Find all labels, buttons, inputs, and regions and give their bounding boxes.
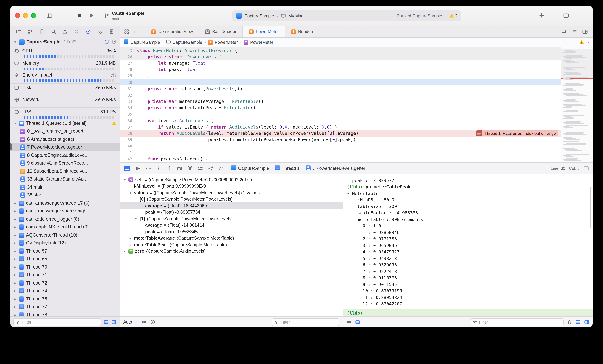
step-out-icon[interactable] <box>166 165 172 171</box>
issues-icon[interactable] <box>62 29 68 34</box>
bookmarks-icon[interactable] <box>39 29 44 34</box>
stack-frame-0[interactable]: </>0 _swift_runtime_on_report <box>10 127 120 135</box>
disclosure-triangle[interactable]: ▸ <box>13 249 17 253</box>
disclosure-triangle[interactable]: ▾ <box>13 121 17 125</box>
debugger-output-icon[interactable] <box>355 319 360 325</box>
scope-selector[interactable]: Auto <box>123 320 138 324</box>
show-threads-toggle-icon[interactable] <box>111 319 116 325</box>
stop-button[interactable] <box>77 13 82 19</box>
thread-row[interactable]: ▸caulk::deferred_logger (8) <box>10 215 120 223</box>
variable-row-kMinLevel[interactable]: kMinLevel= (Float) 9.99999993E-9 <box>120 183 343 189</box>
error-annotation[interactable]: Thread 1: Fatal error: Index out of rang… <box>476 130 558 136</box>
environment-overrides-icon[interactable] <box>197 165 203 171</box>
tab-Renderer[interactable]: SRenderer <box>285 26 322 37</box>
code-line-39[interactable]: 39 peakLevel: meterTablePeak.valueForPow… <box>120 137 593 143</box>
stack-frame-9[interactable]: 9 closure #1 in ScreenReco... <box>10 159 120 167</box>
code-line-34[interactable]: 34 private var meterTablePeak = MeterTab… <box>120 105 593 111</box>
back-icon[interactable]: ‹ <box>133 29 135 35</box>
variable-row-meterTableAverage[interactable]: ▸meterTableAverage(CaptureSample.MeterTa… <box>120 235 343 241</box>
stack-frame-7[interactable]: 7 PowerMeter.levels.getter <box>10 143 120 151</box>
disclosure-triangle[interactable]: ▸ <box>13 257 17 261</box>
variable-row-peak[interactable]: peak= (Float) -8.88357734 <box>120 209 343 215</box>
disclosure-triangle[interactable]: ▸ <box>13 233 17 237</box>
thread-row[interactable]: ▸Thread 65 <box>10 255 120 263</box>
disclosure-triangle[interactable]: ▸ <box>123 249 127 253</box>
variable-row-values[interactable]: ▾values= ([CaptureSample.PowerMeter.Powe… <box>120 189 343 196</box>
minimap-toggle-icon[interactable] <box>572 29 577 34</box>
disclosure-triangle[interactable]: ▸ <box>13 313 17 317</box>
step-into-icon[interactable] <box>156 165 162 171</box>
thread-1-row[interactable]: ▾Thread 1 Queue: c...d (serial) <box>10 119 120 127</box>
stack-frame-6[interactable]: </>6 Array.subscript.getter <box>10 135 120 143</box>
thread-row[interactable]: ▸Thread 70 <box>10 263 120 271</box>
reports-icon[interactable] <box>109 29 114 34</box>
code-line-37[interactable]: 37 if values.isEmpty { return AudioLevel… <box>120 124 593 130</box>
process-row[interactable]: ▾CaptureSamplePID 23... <box>10 37 120 47</box>
code-line-27[interactable]: 27 let average: Float <box>120 60 593 66</box>
disclosure-triangle[interactable]: ▸ <box>13 305 17 309</box>
disclosure-triangle[interactable]: ▾ <box>13 40 17 44</box>
scheme-name[interactable]: CaptureSample <box>244 13 274 18</box>
qlook-eye-icon[interactable] <box>141 319 147 325</box>
gauge-network[interactable]: NetworkZero KB/s <box>10 95 120 107</box>
gauge-energy-impact[interactable]: Energy ImpactHigh <box>10 71 120 83</box>
add-editor-icon[interactable] <box>582 29 588 34</box>
disclosure-triangle[interactable]: ▾ <box>123 178 127 182</box>
disclosure-triangle[interactable]: ▸ <box>13 241 17 245</box>
close-button[interactable] <box>15 13 20 18</box>
disclosure-triangle[interactable]: ▸ <box>13 289 17 293</box>
tab-BasicShader[interactable]: MBasicShader <box>199 26 243 37</box>
destination-name[interactable]: My Mac <box>288 13 303 18</box>
view-hierarchy-icon[interactable] <box>177 165 182 171</box>
code-line-32[interactable]: 32 <box>120 92 593 98</box>
disclosure-triangle[interactable]: ▸ <box>13 265 17 269</box>
code-line-38[interactable]: 38 return AudioLevels(level: meterTableA… <box>120 130 593 137</box>
disclosure-triangle[interactable]: ▸ <box>128 243 132 247</box>
disclosure-triangle[interactable]: ▸ <box>13 281 17 285</box>
thread-row[interactable]: ▸Thread 57 <box>10 247 120 255</box>
code-line-23[interactable]: 23class PowerMeter: AudioLevelProvider { <box>120 47 593 53</box>
code-line-26[interactable]: 26 private struct PowerLevels { <box>120 53 593 60</box>
variable-row-self[interactable]: ▾Aself= (CaptureSample.PowerMeter) 0x000… <box>120 176 343 183</box>
disclosure-triangle[interactable]: ▾ <box>134 197 138 201</box>
debug-crumb[interactable]: CaptureSample <box>231 165 269 171</box>
gauge-disk[interactable]: DiskZero KB/s <box>10 83 120 95</box>
console-scrollbar[interactable] <box>590 187 591 228</box>
stack-frame-10[interactable]: 10 Subscribers.Sink.receive... <box>10 167 120 175</box>
split-console-right-icon[interactable] <box>584 319 589 325</box>
stack-frame-35[interactable]: 35 start <box>10 191 120 199</box>
variable-row-peak[interactable]: peak= (Float) -9.0865345 <box>120 228 343 235</box>
console-filter-input[interactable] <box>478 319 561 325</box>
code-line-31[interactable]: 31 private var values = [PowerLevels]() <box>120 85 593 92</box>
jumpbar-item[interactable]: CaptureSample <box>166 39 202 45</box>
debug-crumb[interactable]: 7 PowerMeter.levels.getter <box>306 165 365 171</box>
info-icon[interactable] <box>104 39 110 45</box>
breakpoints-icon[interactable] <box>97 29 103 34</box>
disclosure-triangle[interactable]: ▸ <box>13 209 17 213</box>
project-navigator-icon[interactable] <box>16 29 21 34</box>
console-output[interactable]: - peak : -8.883577(lldb)po meterTablePea… <box>347 177 587 314</box>
thread-row[interactable]: ▸Thread 75 <box>10 295 120 303</box>
search-icon[interactable] <box>51 29 56 34</box>
swap-editors-icon[interactable] <box>561 29 567 34</box>
code-line-41[interactable]: 41 <box>120 149 593 156</box>
thread-row[interactable]: ▸Thread 78 <box>10 311 120 317</box>
related-items-icon[interactable] <box>124 29 129 34</box>
disclosure-triangle[interactable]: ▸ <box>13 217 17 221</box>
tests-icon[interactable] <box>74 29 79 34</box>
hide-debug-area-icon[interactable] <box>124 165 130 171</box>
thread-row[interactable]: ▸Thread 74 <box>10 287 120 295</box>
console-filter-field[interactable] <box>470 318 564 326</box>
performance-hud-icon[interactable] <box>218 165 224 171</box>
forward-icon[interactable]: › <box>139 29 141 35</box>
next-issue-icon[interactable]: › <box>587 40 589 45</box>
jumpbar-item[interactable]: CaptureSample <box>124 39 160 45</box>
scheme-selector[interactable]: CaptureSample › My Mac Paused CaptureSam… <box>232 10 461 21</box>
minimap[interactable] <box>561 47 593 162</box>
code-line-29[interactable]: 29 } <box>120 73 593 79</box>
disclosure-triangle[interactable]: ▾ <box>134 217 138 221</box>
code-line-40[interactable]: 40 } <box>120 143 593 149</box>
code-line-28[interactable]: 28 let peak: Float <box>120 66 593 73</box>
code-line-30[interactable]: 30 <box>120 79 593 85</box>
source-editor[interactable]: 23class PowerMeter: AudioLevelProvider {… <box>120 47 593 162</box>
